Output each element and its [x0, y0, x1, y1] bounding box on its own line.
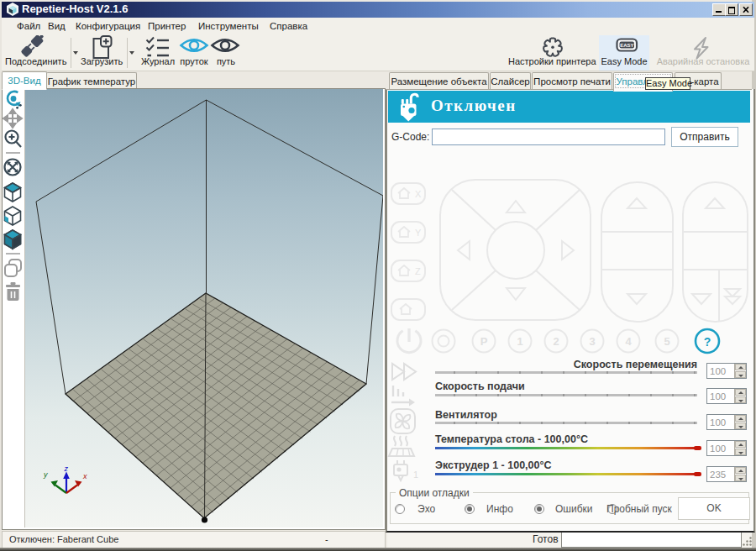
svg-text:1: 1: [413, 470, 418, 480]
svg-text:4: 4: [625, 335, 632, 348]
svg-text:EASY: EASY: [620, 43, 633, 48]
svg-text:x: x: [82, 472, 87, 480]
svg-text:y: y: [43, 470, 48, 479]
svg-text:Y: Y: [415, 228, 422, 238]
svg-text:X: X: [415, 189, 422, 199]
svg-text:z: z: [64, 464, 69, 473]
svg-text:3: 3: [589, 335, 595, 348]
svg-text:1: 1: [517, 335, 522, 348]
svg-text:5: 5: [664, 335, 669, 348]
svg-text:P: P: [480, 335, 488, 348]
svg-text:2: 2: [553, 335, 559, 348]
svg-text:Z: Z: [415, 266, 421, 276]
svg-text:?: ?: [704, 335, 711, 349]
